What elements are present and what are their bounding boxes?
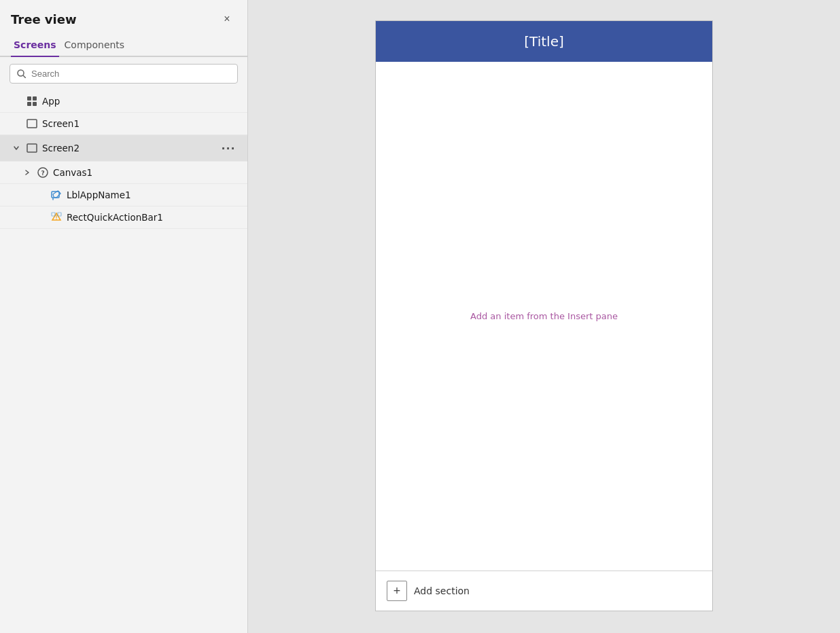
svg-line-1 <box>24 76 26 78</box>
canvas-title: [Title] <box>524 33 563 50</box>
canvas-title-bar: [Title] <box>376 21 712 62</box>
canvas-body: Add an item from the Insert pane <box>376 62 712 571</box>
tabs-bar: Screens Components <box>0 35 247 57</box>
app-label: App <box>42 96 237 107</box>
canvas1-expand-icon[interactable] <box>22 167 33 178</box>
screen2-label: Screen2 <box>42 143 216 153</box>
canvas-footer: + Add section <box>376 571 712 611</box>
rect-icon <box>50 211 63 223</box>
tree-item-lblappname1[interactable]: LblAppName1 <box>0 184 247 206</box>
add-section-label: Add section <box>414 585 470 596</box>
tree-item-screen2[interactable]: Screen2 ··· <box>0 135 247 162</box>
screen2-more-button[interactable]: ··· <box>220 140 237 156</box>
tree-item-app[interactable]: App <box>0 90 247 113</box>
lbl-expand-placeholder <box>35 189 46 200</box>
rectquickactionbar1-label: RectQuickActionBar1 <box>67 212 237 223</box>
svg-rect-7 <box>27 144 37 152</box>
svg-text:?: ? <box>41 170 44 177</box>
lbl-icon <box>50 189 63 201</box>
add-section-button[interactable]: + <box>387 581 407 601</box>
svg-point-0 <box>18 70 24 76</box>
svg-rect-5 <box>33 102 37 106</box>
expand-placeholder <box>11 118 22 129</box>
tab-components[interactable]: Components <box>62 35 128 57</box>
rect-expand-placeholder <box>35 212 46 223</box>
tree-view-panel: Tree view × Screens Components <box>0 0 248 633</box>
search-icon <box>17 69 26 78</box>
tree-content: App Screen1 Screen2 <box>0 90 247 633</box>
expand-placeholder <box>11 96 22 107</box>
search-container <box>0 57 247 90</box>
tab-screens[interactable]: Screens <box>11 35 59 57</box>
search-input[interactable] <box>31 69 230 79</box>
svg-rect-2 <box>27 96 31 101</box>
lblappname1-label: LblAppName1 <box>67 189 237 200</box>
svg-rect-4 <box>27 102 31 106</box>
canvas-preview: [Title] Add an item from the Insert pane… <box>375 20 713 611</box>
canvas-area: [Title] Add an item from the Insert pane… <box>248 0 840 633</box>
panel-header: Tree view × <box>0 0 247 35</box>
canvas1-label: Canvas1 <box>53 167 237 178</box>
canvas-icon: ? <box>37 166 49 179</box>
tree-item-canvas1[interactable]: ? Canvas1 <box>0 162 247 184</box>
svg-rect-3 <box>33 96 37 101</box>
tree-item-rectquickactionbar1[interactable]: RectQuickActionBar1 <box>0 206 247 229</box>
screen2-icon <box>26 142 38 154</box>
screen2-expand-icon[interactable] <box>11 143 22 153</box>
screen-icon <box>26 117 38 130</box>
add-section-icon: + <box>393 584 401 598</box>
screen1-label: Screen1 <box>42 118 237 129</box>
tree-item-screen1[interactable]: Screen1 <box>0 113 247 135</box>
search-box <box>10 64 238 84</box>
svg-point-14 <box>56 219 57 220</box>
close-button[interactable]: × <box>217 10 237 29</box>
svg-rect-6 <box>27 120 37 128</box>
canvas-hint: Add an item from the Insert pane <box>470 311 618 321</box>
panel-title: Tree view <box>11 12 77 26</box>
app-icon <box>26 95 38 107</box>
